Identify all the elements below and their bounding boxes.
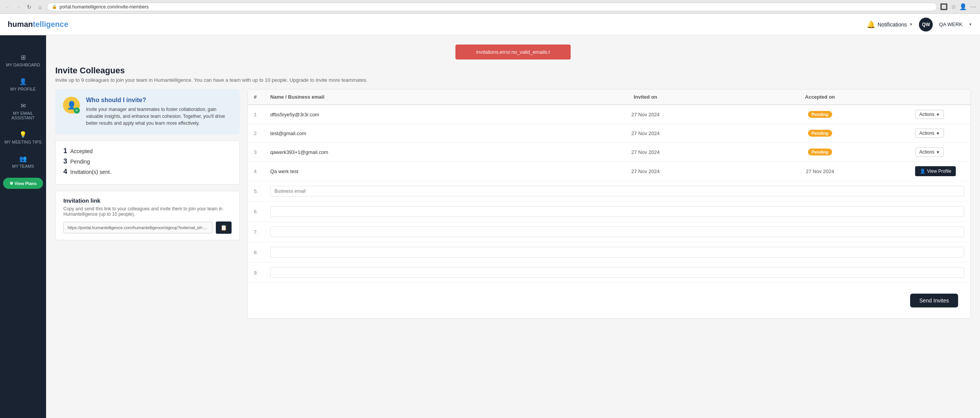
row-2-num: 2	[248, 124, 264, 143]
sidebar-item-teams-label: MY TEAMS	[12, 164, 34, 169]
actions-label: Actions	[919, 149, 934, 155]
row-2-actions-cell: Actions ▼	[909, 124, 970, 143]
row-4-num: 4	[248, 162, 264, 181]
row-9-email-input[interactable]	[270, 267, 964, 278]
profile-icon[interactable]: 👤	[959, 3, 967, 10]
table-header: # Name / Business email Invited on Accep…	[248, 89, 970, 105]
col-email: Name / Business email	[264, 89, 560, 105]
sidebar-item-tips[interactable]: 💡 MY MEETING TIPS	[0, 126, 46, 149]
info-card-title: Who should I invite?	[86, 97, 232, 104]
home-button[interactable]: ⌂	[36, 3, 44, 11]
row-8-input-cell	[264, 242, 970, 263]
row-4-accepted: 27 Nov 2024	[731, 162, 909, 181]
notifications-button[interactable]: 🔔 Notifications ▼	[867, 20, 913, 29]
info-card-text: Invite your manager and teammates to fos…	[86, 106, 232, 127]
menu-icon[interactable]: ⋯	[970, 3, 976, 10]
user-initials: QW	[922, 22, 930, 27]
row-6-input-cell	[264, 202, 970, 222]
sidebar-item-email[interactable]: ✉ MY EMAIL ASSISTANT	[0, 97, 46, 125]
info-card: 👤 + Who should I invite? Invite your man…	[55, 89, 240, 134]
table-row: 2 test@gmail.com 27 Nov 2024 Pending Act…	[248, 124, 970, 143]
row-5-num: 5.	[248, 181, 264, 202]
row-8-email-input[interactable]	[270, 247, 964, 258]
row-3-status-badge: Pending	[808, 149, 832, 155]
sidebar-item-teams[interactable]: 👥 MY TEAMS	[0, 150, 46, 173]
row-4-actions-cell: 👤 View Profile	[909, 162, 970, 181]
sent-count: 4	[63, 168, 67, 176]
table-row-empty-5: 5.	[248, 181, 970, 202]
send-invites-button[interactable]: Send Invites	[910, 294, 958, 307]
main-content: invitations.error.no_valid_emails.t Invi…	[46, 14, 980, 418]
sidebar-item-profile[interactable]: 👤 MY PROFILE	[0, 73, 46, 96]
send-invites-row: Send Invites	[248, 283, 970, 318]
notifications-dropdown-arrow: ▼	[909, 22, 913, 26]
accepted-label: Accepted	[70, 148, 93, 154]
row-5-input-cell	[264, 181, 970, 202]
row-3-num: 3	[248, 143, 264, 162]
actions-label: Actions	[919, 131, 934, 136]
logo-text: humantelligence	[8, 20, 68, 29]
teams-nav-icon: 👥	[19, 155, 27, 162]
row-1-accepted: Pending	[731, 105, 909, 124]
sidebar-item-dashboard[interactable]: ⊞ MY DASHBOARD	[0, 49, 46, 72]
plus-icon: ⊕	[10, 181, 13, 186]
sidebar-item-email-label: MY EMAIL ASSISTANT	[3, 111, 43, 120]
row-7-input-cell	[264, 222, 970, 242]
reload-button[interactable]: ↻	[25, 3, 33, 11]
two-col-layout: 👤 + Who should I invite? Invite your man…	[55, 89, 971, 319]
pending-stat: 3 Pending	[63, 157, 232, 165]
row-6-email-input[interactable]	[270, 206, 964, 217]
invite-table-panel: # Name / Business email Invited on Accep…	[247, 89, 971, 319]
pending-label: Pending	[70, 159, 90, 165]
row-4-view-profile-button[interactable]: 👤 View Profile	[915, 166, 956, 176]
table-header-row: # Name / Business email Invited on Accep…	[248, 89, 970, 105]
row-5-email-input[interactable]	[270, 186, 964, 197]
star-icon[interactable]: ☆	[951, 3, 956, 10]
user-dropdown-arrow: ▼	[968, 22, 972, 26]
actions-chevron-icon: ▼	[936, 150, 940, 154]
row-3-accepted: Pending	[731, 143, 909, 162]
browser-chrome: ← → ↻ ⌂ 🔒 portal.humantelligence.com/inv…	[0, 0, 980, 14]
invitation-section: Invitation link Copy and send this link …	[55, 191, 240, 240]
row-9-input-cell	[264, 263, 970, 283]
row-7-email-input[interactable]	[270, 226, 964, 237]
table-body: 1 dfbs5rye5y@3r3r.com 27 Nov 2024 Pendin…	[248, 105, 970, 283]
row-1-num: 1	[248, 105, 264, 124]
col-invited: Invited on	[560, 89, 731, 105]
row-9-num: 9.	[248, 263, 264, 283]
view-profile-label: View Profile	[927, 169, 951, 174]
content-area: invitations.error.no_valid_emails.t Invi…	[46, 35, 980, 328]
lock-icon: 🔒	[52, 4, 57, 9]
row-3-actions-button[interactable]: Actions ▼	[915, 147, 944, 157]
row-2-actions-button[interactable]: Actions ▼	[915, 129, 944, 138]
dashboard-icon: ⊞	[21, 54, 26, 61]
row-2-accepted: Pending	[731, 124, 909, 143]
plus-icon-badge: +	[74, 107, 80, 114]
info-icon-circle: 👤 +	[63, 97, 80, 114]
app-container: humantelligence 🔔 Notifications ▼ QW QA …	[0, 14, 980, 418]
accepted-count: 1	[63, 147, 67, 155]
stats-box: 1 Accepted 3 Pending 4 Invitation(s) sen…	[55, 140, 240, 185]
row-1-invited: 27 Nov 2024	[560, 105, 731, 124]
view-plans-button[interactable]: ⊕ View Plans	[3, 178, 43, 189]
send-invites-label: Send Invites	[919, 297, 949, 304]
copy-link-button[interactable]: 📋	[216, 221, 232, 234]
url-bar[interactable]: 🔒 portal.humantelligence.com/invite-memb…	[47, 3, 937, 11]
page-subtitle: Invite up to 9 colleagues to join your t…	[55, 77, 971, 83]
tips-nav-icon: 💡	[19, 131, 27, 138]
back-button[interactable]: ←	[4, 3, 12, 11]
logo: humantelligence	[8, 20, 68, 29]
user-name: QA WERK	[939, 21, 962, 27]
user-avatar[interactable]: QW	[919, 18, 933, 31]
row-2-status-badge: Pending	[808, 130, 832, 137]
actions-chevron-icon: ▼	[936, 112, 940, 117]
sidebar: ⊞ MY DASHBOARD 👤 MY PROFILE ✉ MY EMAIL A…	[0, 14, 46, 418]
extension-icon[interactable]: 🔲	[940, 3, 948, 10]
sent-label: Invitation(s) sent.	[70, 169, 111, 175]
top-bar-right: 🔔 Notifications ▼ QW QA WERK ▼	[867, 18, 972, 31]
sent-stat: 4 Invitation(s) sent.	[63, 168, 232, 176]
row-1-actions-button[interactable]: Actions ▼	[915, 110, 944, 119]
view-plans-label: View Plans	[15, 181, 36, 186]
forward-button[interactable]: →	[15, 3, 22, 11]
row-4-email: Qa werk test	[264, 162, 560, 181]
